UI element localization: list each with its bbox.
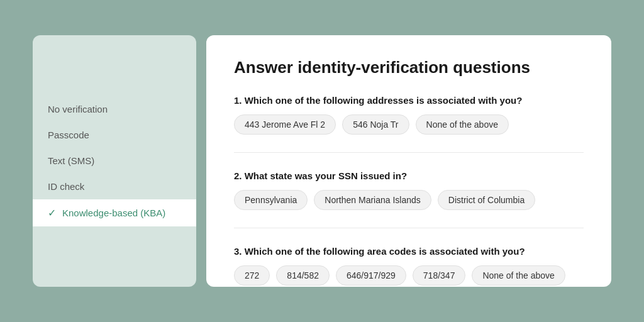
option-pill-q3-1[interactable]: 814/582 — [276, 265, 330, 286]
sidebar-item-label: Text (SMS) — [48, 155, 94, 166]
question-label-2: 2. What state was your SSN issued in? — [234, 170, 584, 181]
options-group-1: 443 Jerome Ave Fl 2546 Noja TrNone of th… — [234, 114, 584, 135]
sidebar: No verificationPasscodeText (SMS)ID chec… — [33, 35, 196, 287]
option-pill-q2-0[interactable]: Pennsylvania — [234, 190, 308, 210]
sidebar-item-text-sms[interactable]: Text (SMS) — [33, 148, 196, 174]
question-block-3: 3. Which one of the following area codes… — [234, 246, 584, 286]
option-pill-q1-2[interactable]: None of the above — [416, 114, 509, 135]
layout: No verificationPasscodeText (SMS)ID chec… — [33, 35, 611, 287]
question-block-1: 1. Which one of the following addresses … — [234, 95, 584, 153]
question-block-2: 2. What state was your SSN issued in?Pen… — [234, 170, 584, 228]
sidebar-item-passcode[interactable]: Passcode — [33, 122, 196, 148]
sidebar-item-id-check[interactable]: ID check — [33, 174, 196, 199]
option-pill-q2-1[interactable]: Northen Mariana Islands — [314, 190, 431, 210]
sidebar-item-label: No verification — [48, 104, 108, 114]
options-group-2: PennsylvaniaNorthen Mariana IslandsDistr… — [234, 190, 584, 210]
sidebar-item-no-verification[interactable]: No verification — [33, 96, 196, 122]
page-title: Answer identity-verification questions — [234, 58, 584, 77]
option-pill-q3-2[interactable]: 646/917/929 — [336, 265, 406, 286]
main-content: Answer identity-verification questions 1… — [206, 35, 611, 287]
option-pill-q3-0[interactable]: 272 — [234, 265, 270, 286]
option-pill-q1-0[interactable]: 443 Jerome Ave Fl 2 — [234, 114, 336, 135]
sidebar-item-label: ID check — [48, 181, 84, 192]
sidebar-item-kba[interactable]: ✓Knowledge-based (KBA) — [33, 199, 196, 226]
option-pill-q1-1[interactable]: 546 Noja Tr — [342, 114, 409, 135]
option-pill-q3-4[interactable]: None of the above — [472, 265, 565, 286]
options-group-3: 272814/582646/917/929718/347None of the … — [234, 265, 584, 286]
question-label-3: 3. Which one of the following area codes… — [234, 246, 584, 257]
option-pill-q3-3[interactable]: 718/347 — [413, 265, 466, 286]
check-icon: ✓ — [48, 207, 56, 219]
sidebar-item-label: Passcode — [48, 130, 89, 140]
question-label-1: 1. Which one of the following addresses … — [234, 95, 584, 106]
sidebar-item-label: Knowledge-based (KBA) — [62, 208, 165, 218]
option-pill-q2-2[interactable]: District of Columbia — [438, 190, 535, 210]
